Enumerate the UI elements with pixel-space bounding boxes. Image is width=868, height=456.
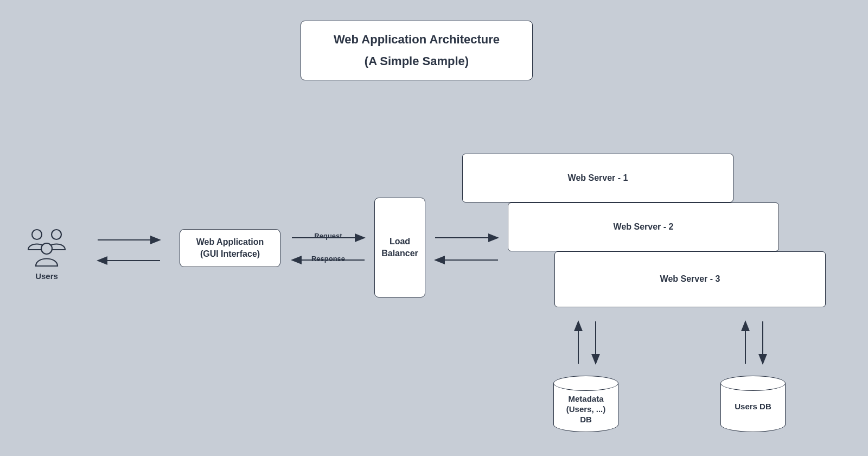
svg-point-2 (41, 243, 52, 254)
load-balancer-line-2: Balancer (381, 248, 418, 259)
web-server-2-label: Web Server - 2 (614, 221, 674, 233)
load-balancer-box: Load Balancer (374, 198, 425, 297)
web-server-3-label: Web Server - 3 (660, 273, 720, 285)
web-app-line-2: (GUI Interface) (200, 248, 260, 260)
load-balancer-line-1: Load (390, 236, 410, 248)
title-box: Web Application Architecture (A Simple S… (301, 21, 533, 80)
users-db: Users DB (720, 376, 786, 433)
diagram-canvas: Web Application Architecture (A Simple S… (0, 0, 868, 456)
users-label: Users (23, 271, 71, 281)
title-line-1: Web Application Architecture (334, 29, 500, 50)
web-app-line-1: Web Application (196, 236, 264, 248)
users-db-label: Users DB (720, 402, 786, 412)
svg-point-1 (52, 230, 61, 239)
web-application-box: Web Application (GUI Interface) (180, 229, 280, 267)
web-server-3-box: Web Server - 3 (554, 251, 826, 307)
metadata-db-label: Metadata (Users, ...) DB (553, 394, 618, 425)
web-server-1-box: Web Server - 1 (462, 154, 733, 202)
users-icon (23, 228, 71, 270)
request-label: Request (313, 232, 343, 240)
response-label: Response (310, 255, 346, 263)
web-server-2-box: Web Server - 2 (508, 202, 779, 251)
web-server-1-label: Web Server - 1 (568, 172, 628, 184)
metadata-db: Metadata (Users, ...) DB (553, 376, 618, 433)
svg-point-0 (32, 230, 42, 239)
title-line-2: (A Simple Sample) (365, 50, 469, 72)
